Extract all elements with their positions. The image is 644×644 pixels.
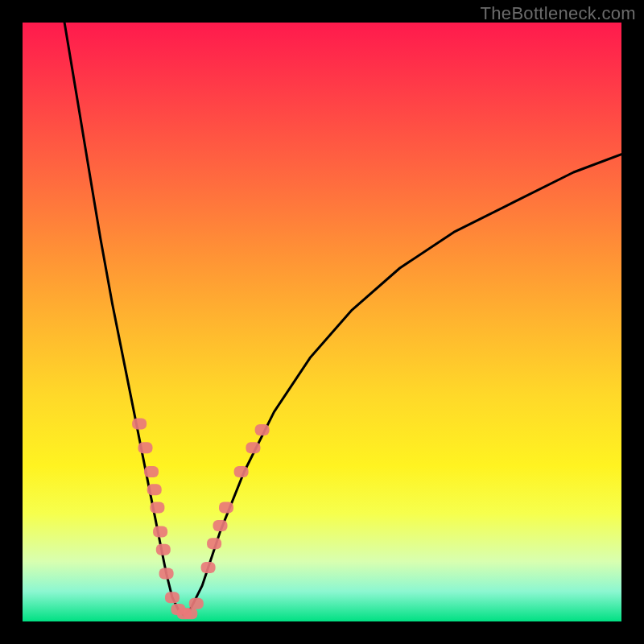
marker-dot <box>183 608 197 619</box>
marker-dot <box>189 598 204 609</box>
marker-dot <box>234 466 249 477</box>
marker-dot <box>159 568 174 580</box>
marker-dot <box>153 526 167 537</box>
marker-dot <box>150 502 164 514</box>
marker-dot <box>201 562 216 573</box>
marker-dot <box>246 442 260 453</box>
marker-dot <box>138 442 153 453</box>
marker-dot <box>156 544 171 555</box>
marker-dot <box>213 520 228 531</box>
chart-frame: TheBottleneck.com <box>0 0 644 644</box>
marker-dot <box>147 484 162 495</box>
marker-dot <box>219 502 233 514</box>
plot-area <box>23 23 621 621</box>
marker-dot <box>132 419 147 430</box>
chart-svg <box>23 23 621 621</box>
marker-dot <box>255 424 270 436</box>
bottleneck-curve <box>64 23 621 616</box>
curve-path <box>64 23 621 616</box>
watermark-text: TheBottleneck.com <box>481 3 636 24</box>
marker-dot <box>207 538 221 549</box>
marker-dot <box>165 592 180 603</box>
marker-dot <box>144 466 159 477</box>
